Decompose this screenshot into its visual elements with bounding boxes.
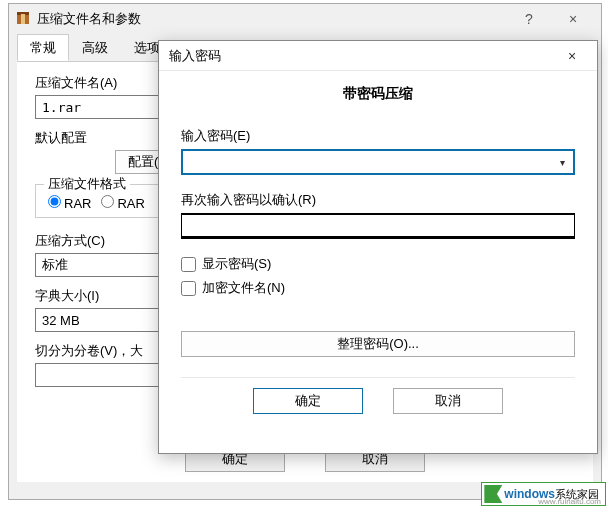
flag-icon xyxy=(484,485,502,503)
tab-general[interactable]: 常规 xyxy=(17,34,69,61)
password-close-button[interactable]: × xyxy=(557,48,587,64)
password-input[interactable] xyxy=(181,149,575,175)
password-body: 带密码压缩 输入密码(E) ▾ 再次输入密码以确认(R) 显示密码(S) 加密文… xyxy=(159,71,597,424)
format-rar2-option[interactable]: RAR xyxy=(101,195,144,211)
password-dropdown-icon[interactable]: ▾ xyxy=(552,152,572,172)
encrypt-names-option[interactable]: 加密文件名(N) xyxy=(181,279,575,297)
show-password-checkbox[interactable] xyxy=(181,257,196,272)
main-titlebar: 压缩文件名和参数 ? × xyxy=(9,4,601,34)
main-window-title: 压缩文件名和参数 xyxy=(37,10,507,28)
show-password-option[interactable]: 显示密码(S) xyxy=(181,255,575,273)
watermark-url: www.ruinaitu.com xyxy=(538,497,601,506)
split-input[interactable] xyxy=(35,363,165,387)
organize-passwords-button[interactable]: 整理密码(O)... xyxy=(181,331,575,357)
format-rar-radio[interactable] xyxy=(48,195,61,208)
titlebar-buttons: ? × xyxy=(507,5,595,33)
password-label: 输入密码(E) xyxy=(181,127,575,145)
encrypt-names-checkbox[interactable] xyxy=(181,281,196,296)
method-select[interactable] xyxy=(35,253,165,277)
show-password-label: 显示密码(S) xyxy=(202,255,271,273)
password-confirm-label: 再次输入密码以确认(R) xyxy=(181,191,575,209)
dict-select[interactable] xyxy=(35,308,165,332)
svg-rect-2 xyxy=(21,14,25,24)
watermark: windows 系统家园 www.ruinaitu.com xyxy=(481,482,606,506)
format-rar2-radio[interactable] xyxy=(101,195,114,208)
close-button[interactable]: × xyxy=(551,5,595,33)
password-ok-button[interactable]: 确定 xyxy=(253,388,363,414)
format-rar-option[interactable]: RAR xyxy=(48,195,91,211)
password-dialog: 输入密码 × 带密码压缩 输入密码(E) ▾ 再次输入密码以确认(R) 显示密码… xyxy=(158,40,598,454)
password-titlebar: 输入密码 × xyxy=(159,41,597,71)
password-dialog-title: 输入密码 xyxy=(169,47,557,65)
password-confirm-input[interactable] xyxy=(181,213,575,239)
password-heading: 带密码压缩 xyxy=(181,85,575,103)
password-dialog-buttons: 确定 取消 xyxy=(181,377,575,414)
encrypt-names-label: 加密文件名(N) xyxy=(202,279,285,297)
password-cancel-button[interactable]: 取消 xyxy=(393,388,503,414)
help-button[interactable]: ? xyxy=(507,5,551,33)
app-icon xyxy=(15,11,31,27)
format-legend: 压缩文件格式 xyxy=(44,175,130,193)
tab-advanced[interactable]: 高级 xyxy=(69,34,121,61)
